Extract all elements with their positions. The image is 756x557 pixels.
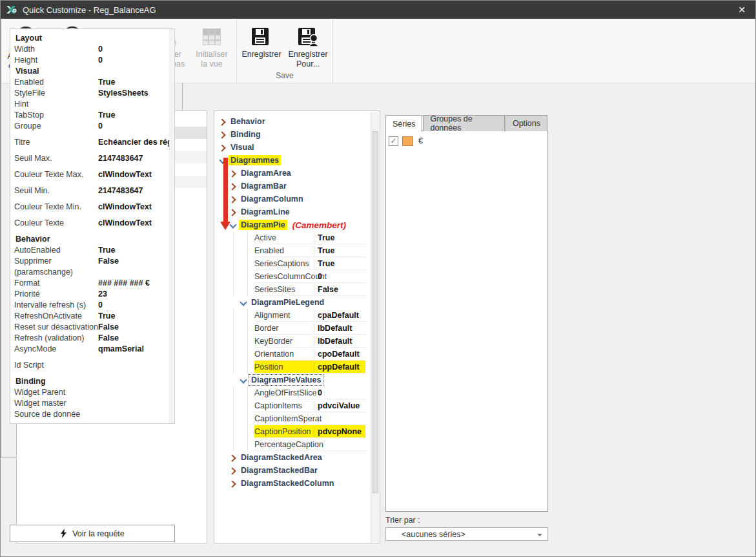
widget-property-value[interactable]: True [98, 245, 115, 256]
widget-property-row[interactable]: Couleur Texte Min.clWindowText [14, 202, 173, 213]
view-query-button[interactable]: Voir la requête [10, 525, 175, 542]
widget-property-value[interactable]: 0 [98, 55, 103, 66]
property-row-enabled[interactable]: EnabledTrue [214, 244, 371, 257]
property-row-percentagecaption[interactable]: PercentageCaption [214, 438, 371, 451]
property-category-binding[interactable]: Binding [14, 376, 173, 387]
chevron-right-icon[interactable] [230, 455, 235, 460]
tab-options[interactable]: Options [506, 115, 547, 131]
tab-groupes-de-données[interactable]: Groupes de données [423, 115, 504, 131]
widget-property-row[interactable]: Priorité23 [14, 289, 173, 300]
widget-property-row[interactable]: Widget Parent [14, 387, 173, 398]
widget-property-row[interactable]: Reset sur désactivationFalse [14, 322, 173, 333]
widget-property-row[interactable]: Refresh (validation)False [14, 333, 173, 344]
tree-node-diagramstackedbar[interactable]: DiagramStackedBar [214, 464, 371, 477]
series-checkbox[interactable]: ✓ [389, 136, 398, 146]
init-view-grid-button[interactable]: Initialiser la vue [189, 21, 235, 71]
tree-node-diagrammes[interactable]: Diagrammes [214, 154, 371, 167]
tree-node-behavior[interactable]: Behavior [214, 115, 371, 128]
widget-property-value[interactable]: StylesSheets [98, 88, 148, 99]
widget-property-row[interactable]: Height0 [14, 55, 173, 66]
widget-property-row[interactable]: RefreshOnActivateTrue [14, 311, 173, 322]
widget-property-value[interactable]: clWindowText [98, 169, 152, 180]
property-value[interactable]: 0 [314, 388, 365, 397]
tree-node-diagramstackedarea[interactable]: DiagramStackedArea [214, 451, 371, 464]
widget-property-row[interactable]: StyleFileStylesSheets [14, 88, 173, 99]
widget-property-row[interactable]: Format### ### ### € [14, 278, 173, 289]
widget-property-value[interactable]: False [98, 322, 119, 333]
property-row-captionposition[interactable]: CaptionPositionpdvcpNone [214, 425, 371, 438]
widget-property-row[interactable]: EnabledTrue [14, 77, 173, 88]
close-button[interactable]: ✕ [727, 1, 756, 19]
widget-property-row[interactable]: AsyncModeqmamSerial [14, 344, 173, 355]
tree-node-diagramcolumn[interactable]: DiagramColumn [214, 193, 371, 205]
chevron-right-icon[interactable] [230, 481, 235, 486]
widget-property-value[interactable]: False [98, 256, 119, 278]
widget-property-row[interactable]: TitreEchéancier des régl... [14, 137, 173, 148]
property-value[interactable]: cppDefault [314, 363, 365, 372]
properties-scrollbar[interactable] [169, 29, 174, 423]
widget-property-row[interactable]: Supprimer (paramschange)False [14, 256, 173, 278]
middle-tree-scrollbar-thumb[interactable] [373, 131, 378, 493]
series-color-swatch[interactable] [402, 136, 413, 146]
widget-property-row[interactable]: Groupe0 [14, 121, 173, 132]
tab-séries[interactable]: Séries [385, 115, 422, 132]
widget-property-value[interactable]: 2147483647 [98, 185, 143, 196]
property-row-captionitemsperat[interactable]: CaptionItemSperat [214, 412, 371, 425]
chevron-right-icon[interactable] [220, 145, 225, 150]
property-value[interactable]: 0 [314, 272, 365, 281]
widget-property-row[interactable]: Source de donnée [14, 409, 173, 420]
widget-property-row[interactable]: Seuil Max.2147483647 [14, 153, 173, 164]
widget-property-value[interactable]: 0 [98, 121, 103, 132]
property-value[interactable]: pdvcpNone [314, 427, 365, 436]
tree-node-binding[interactable]: Binding [214, 128, 371, 141]
widget-property-value[interactable]: qmamSerial [98, 344, 144, 355]
property-value[interactable]: False [314, 285, 365, 294]
widget-property-value[interactable]: True [98, 77, 115, 88]
widget-property-value[interactable]: 23 [98, 289, 107, 300]
widget-property-row[interactable]: Hint [14, 99, 173, 110]
property-row-seriescolumncount[interactable]: SeriesColumnCount0 [214, 270, 371, 283]
property-row-seriessites[interactable]: SeriesSitesFalse [214, 283, 371, 296]
property-row-orientation[interactable]: OrientationcpoDefault [214, 348, 371, 361]
widget-property-value[interactable]: Echéancier des régl... [98, 137, 175, 148]
property-category-layout[interactable]: Layout [14, 33, 173, 44]
property-value[interactable]: lbDefault [314, 324, 365, 333]
widget-property-value[interactable]: clWindowText [98, 218, 152, 229]
property-row-border[interactable]: BorderlbDefault [214, 322, 371, 335]
chevron-right-icon[interactable] [220, 119, 225, 124]
middle-tree-scrollbar[interactable] [371, 112, 379, 542]
chevron-down-icon[interactable] [240, 377, 245, 383]
widget-property-value[interactable]: 0 [98, 44, 103, 55]
property-value[interactable]: True [314, 259, 365, 268]
tree-node-diagrambar[interactable]: DiagramBar [214, 180, 371, 193]
widget-property-value[interactable]: True [98, 110, 115, 121]
widget-property-row[interactable]: Seuil Min.2147483647 [14, 185, 173, 196]
property-value[interactable]: lbDefault [314, 337, 365, 346]
tree-node-diagramline[interactable]: DiagramLine [214, 205, 371, 218]
save-as-button[interactable]: Enregistrer Pour... [285, 21, 331, 70]
widget-property-row[interactable]: Intervalle refresh (s)0 [14, 300, 173, 311]
widget-property-row[interactable]: Width0 [14, 44, 173, 55]
tree-node-diagrampievalues[interactable]: DiagramPieValues [214, 373, 371, 386]
property-row-seriescaptions[interactable]: SeriesCaptionsTrue [214, 257, 371, 270]
property-value[interactable]: True [314, 233, 365, 242]
widget-property-value[interactable]: clWindowText [98, 202, 152, 213]
widget-property-row[interactable]: TabStopTrue [14, 110, 173, 121]
chevron-right-icon[interactable] [220, 132, 225, 137]
widget-property-value[interactable]: False [98, 333, 119, 344]
tree-node-diagrampielegend[interactable]: DiagramPieLegend [214, 296, 371, 309]
widget-property-row[interactable]: Couleur TexteclWindowText [14, 218, 173, 229]
property-value[interactable]: cpoDefault [314, 350, 365, 359]
property-value[interactable]: pdvciValue [314, 401, 365, 410]
widget-property-row[interactable]: Widget master [14, 398, 173, 409]
property-value[interactable]: cpaDefault [314, 311, 365, 320]
chevron-right-icon[interactable] [230, 468, 235, 473]
widget-property-value[interactable]: 0 [98, 300, 103, 311]
property-row-position[interactable]: PositioncppDefault [214, 361, 371, 373]
property-row-active[interactable]: ActiveTrue [214, 231, 371, 244]
widget-property-row[interactable]: AutoEnabledTrue [14, 245, 173, 256]
chevron-down-icon[interactable] [240, 300, 245, 305]
series-list-item[interactable]: ✓€ [389, 134, 545, 147]
property-row-alignment[interactable]: AlignmentcpaDefault [214, 309, 371, 322]
property-row-angleoffirstslice[interactable]: AngleOfFirstSlice0 [214, 386, 371, 399]
